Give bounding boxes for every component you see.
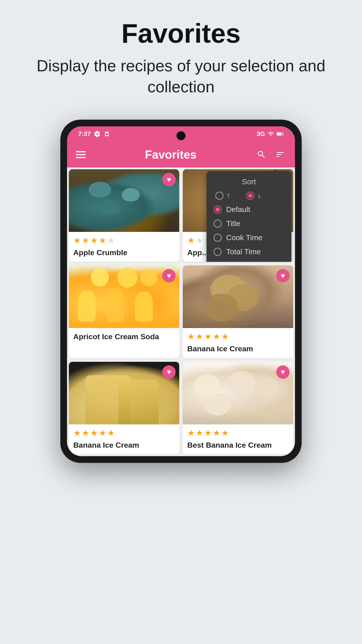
signal-icon	[268, 131, 274, 137]
favorite-button-5[interactable]: ♥	[162, 366, 176, 379]
recipe-name-1: Apple Crumble	[73, 248, 175, 258]
stars-5: ★ ★ ★ ★ ★	[73, 428, 175, 438]
star-1-3: ★	[90, 236, 98, 245]
recipe-card-2[interactable]: ♥ ★ ★ ★ ★ ★ App... Sort	[183, 169, 293, 262]
sort-direction-up[interactable]: ↑	[215, 192, 230, 200]
sort-dropdown[interactable]: Sort ↑ ↓	[206, 171, 291, 262]
status-time: 7:37	[78, 130, 91, 138]
recipe-info-3: Apricot Ice Cream Soda	[69, 328, 179, 346]
recipes-grid: ♥ ★ ★ ★ ★ ★ Apple Crumble ♥	[67, 168, 295, 456]
star-6-5: ★	[221, 428, 229, 438]
star-4-4: ★	[213, 332, 220, 342]
star-2-1: ★	[187, 236, 195, 245]
stars-4: ★ ★ ★ ★ ★	[187, 332, 289, 342]
radio-total-time[interactable]	[214, 248, 222, 256]
recipe-name-3: Apricot Ice Cream Soda	[73, 332, 175, 342]
search-button[interactable]	[256, 149, 267, 160]
svg-rect-1	[106, 133, 108, 135]
status-right: 3G	[257, 130, 284, 138]
star-4-5: ★	[221, 332, 229, 342]
radio-title[interactable]	[214, 220, 222, 228]
recipe-name-6: Best Banana Ice Cream	[187, 440, 289, 450]
recipe-card-1[interactable]: ♥ ★ ★ ★ ★ ★ Apple Crumble	[69, 169, 179, 262]
star-5-3: ★	[90, 428, 98, 438]
star-5-2: ★	[82, 428, 89, 438]
recipe-card-5[interactable]: ♥ ★ ★ ★ ★ ★ Banana Ice Cream	[69, 362, 179, 454]
sort-title: Sort	[214, 177, 284, 186]
sort-option-rating-label: Rating	[226, 262, 248, 262]
page-subtitle: Display the recipes of your selection an…	[36, 56, 326, 97]
recipe-info-6: ★ ★ ★ ★ ★ Best Banana Ice Cream	[183, 424, 293, 454]
star-1-2: ★	[82, 236, 89, 245]
star-1-4: ★	[99, 236, 106, 245]
star-5-4: ★	[99, 428, 106, 438]
sort-option-cook-time-label: Cook Time	[226, 233, 263, 242]
network-label: 3G	[257, 130, 265, 138]
star-1-1: ★	[73, 236, 81, 245]
sort-option-title[interactable]: Title	[214, 218, 284, 229]
star-4-1: ★	[187, 332, 195, 342]
sort-button[interactable]	[274, 149, 286, 160]
heart-icon-5: ♥	[167, 368, 171, 376]
status-bar: 7:37 3G	[67, 126, 295, 142]
app-bar: Favorites	[67, 142, 295, 168]
radio-cook-time[interactable]	[214, 234, 222, 242]
svg-rect-4	[277, 133, 281, 135]
radio-up[interactable]	[215, 192, 223, 200]
sort-direction-down[interactable]: ↓	[246, 192, 261, 200]
recipe-card-6[interactable]: ♥ ★ ★ ★ ★ ★ Best Banana Ice Cream	[183, 362, 293, 454]
favorite-button-1[interactable]: ♥	[162, 173, 176, 186]
star-1-5: ★	[107, 236, 115, 245]
app-bar-title: Favorites	[86, 148, 256, 161]
sort-option-total-time-label: Total Time	[226, 247, 261, 256]
heart-icon-6: ♥	[281, 368, 285, 376]
sort-option-default[interactable]: Default	[214, 204, 284, 215]
radio-down[interactable]	[246, 192, 254, 200]
radio-default[interactable]	[214, 206, 222, 214]
sort-option-cook-time[interactable]: Cook Time	[214, 232, 284, 243]
recipe-info-4: ★ ★ ★ ★ ★ Banana Ice Cream	[183, 328, 293, 358]
stars-6: ★ ★ ★ ★ ★	[187, 428, 289, 438]
sort-option-rating[interactable]: Rating	[214, 260, 284, 262]
star-6-1: ★	[187, 428, 195, 438]
star-6-3: ★	[204, 428, 212, 438]
star-6-2: ★	[196, 428, 203, 438]
recipe-info-5: ★ ★ ★ ★ ★ Banana Ice Cream	[69, 424, 179, 454]
heart-icon-3: ♥	[167, 272, 171, 280]
phone-screen: 7:37 3G Favorites	[67, 126, 295, 456]
star-5-1: ★	[73, 428, 81, 438]
recipe-name-5: Banana Ice Cream	[73, 440, 175, 450]
recipe-card-3[interactable]: ♥ Apricot Ice Cream Soda	[69, 266, 179, 358]
battery-icon	[277, 132, 284, 136]
svg-rect-3	[283, 133, 283, 134]
recipe-info-1: ★ ★ ★ ★ ★ Apple Crumble	[69, 232, 179, 262]
sort-option-title-label: Title	[226, 219, 240, 228]
recipe-name-4: Banana Ice Cream	[187, 344, 289, 354]
sort-options-list: Default Title Cook Time Total Time	[214, 204, 284, 262]
stars-1: ★ ★ ★ ★ ★	[73, 236, 175, 245]
star-5-5: ★	[107, 428, 115, 438]
favorite-button-6[interactable]: ♥	[276, 366, 290, 379]
direction-down-label: ↓	[257, 192, 261, 200]
page-title: Favorites	[121, 18, 241, 49]
status-left: 7:37	[78, 130, 109, 138]
favorite-button-3[interactable]: ♥	[162, 269, 176, 282]
favorite-button-4[interactable]: ♥	[276, 269, 290, 282]
sim-icon	[104, 131, 109, 137]
star-6-4: ★	[213, 428, 220, 438]
radio-rating[interactable]	[214, 262, 222, 262]
heart-icon-1: ♥	[167, 176, 171, 184]
sort-option-total-time[interactable]: Total Time	[214, 246, 284, 257]
sort-option-default-label: Default	[226, 205, 250, 214]
hamburger-menu-button[interactable]	[76, 151, 86, 158]
heart-icon-4: ♥	[281, 272, 285, 280]
star-4-3: ★	[204, 332, 212, 342]
phone-frame: 7:37 3G Favorites	[60, 120, 302, 463]
star-4-2: ★	[196, 332, 203, 342]
direction-up-label: ↑	[227, 192, 230, 200]
star-2-2: ★	[196, 236, 203, 245]
recipe-card-4[interactable]: ♥ ★ ★ ★ ★ ★ Banana Ice Cream	[183, 266, 293, 358]
sort-direction-options: ↑ ↓	[214, 192, 284, 200]
settings-icon	[94, 131, 100, 137]
camera-notch	[177, 131, 185, 140]
